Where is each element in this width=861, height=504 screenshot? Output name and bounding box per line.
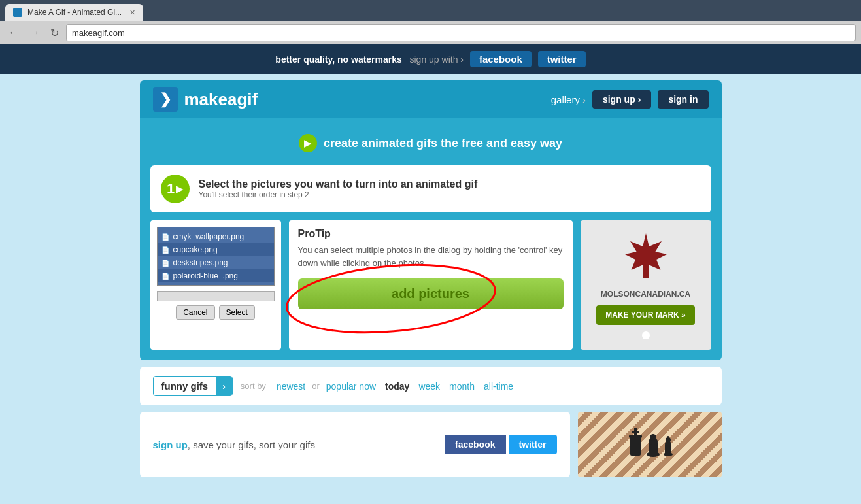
sort-newest[interactable]: newest xyxy=(274,380,308,393)
category-label: funny gifs xyxy=(154,377,216,395)
sort-all-time[interactable]: all-time xyxy=(481,380,516,393)
footer-section: sign up, save your gifs, sort your gifs … xyxy=(140,412,722,477)
tab-title: Make A Gif - Animated Gi... xyxy=(27,8,122,17)
protip-title: ProTip xyxy=(298,228,564,240)
gallery-arrow: › xyxy=(582,94,586,105)
refresh-button[interactable]: ↻ xyxy=(47,25,62,41)
signin-button[interactable]: sign in xyxy=(658,90,708,109)
play-icon: ▶ xyxy=(299,134,317,152)
step-title: Select the pictures you want to turn int… xyxy=(199,178,478,190)
svg-rect-4 xyxy=(632,431,639,433)
signup-button[interactable]: sign up › xyxy=(592,90,651,109)
file-scrollbar[interactable] xyxy=(157,291,275,301)
browser-tab-bar: Make A Gif - Animated Gi... ✕ xyxy=(0,0,861,21)
file-buttons: Cancel Select xyxy=(157,305,275,320)
gallery-link[interactable]: gallery › xyxy=(551,94,586,105)
sort-popular-now[interactable]: popular now xyxy=(324,380,379,393)
file-icon: 📄 xyxy=(161,246,169,254)
file-item[interactable]: 📄 deskstripes.png xyxy=(158,256,274,269)
step-arrow: ▶ xyxy=(176,184,183,194)
top-banner: better quality, no watermarks sign up wi… xyxy=(0,44,861,74)
forward-button[interactable]: → xyxy=(26,25,43,40)
category-arrow[interactable]: › xyxy=(216,377,232,395)
browser-chrome: Make A Gif - Animated Gi... ✕ ← → ↻ xyxy=(0,0,861,44)
work-area: 📄 cmyk_wallpaper.png 📄 cupcake.png 📄 des… xyxy=(150,220,711,350)
header-nav: gallery › sign up › sign in xyxy=(551,90,709,109)
sort-week[interactable]: week xyxy=(416,380,443,393)
footer-signup-link[interactable]: sign up xyxy=(153,439,188,450)
footer-twitter-button[interactable]: twitter xyxy=(509,435,557,454)
file-item[interactable]: 📄 cupcake.png xyxy=(158,243,274,256)
logo-text: makeagif xyxy=(184,90,258,110)
sort-month[interactable]: month xyxy=(447,380,477,393)
chess-ad xyxy=(578,412,722,477)
site-header: ❯ makeagif gallery › sign up › sign in xyxy=(140,80,722,118)
svg-point-13 xyxy=(667,436,669,439)
ad-cta-button[interactable]: MAKE YOUR MARK » xyxy=(596,305,694,325)
protip-text: You can select multiple photos in the di… xyxy=(298,244,564,269)
file-icon: 📄 xyxy=(161,273,169,280)
step-area: 1 ▶ Select the pictures you want to turn… xyxy=(150,165,711,212)
file-list: 📄 cmyk_wallpaper.png 📄 cupcake.png 📄 des… xyxy=(157,227,275,286)
browser-nav-bar: ← → ↻ xyxy=(0,21,861,44)
sort-by-label: sort by xyxy=(241,381,266,391)
create-banner: ▶ create animated gifs the free and easy… xyxy=(150,129,711,158)
step-text: Select the pictures you want to turn int… xyxy=(199,178,478,199)
footer-signup-text: sign up, save your gifs, sort your gifs xyxy=(153,439,432,450)
sort-options: newest or popular now today week month a… xyxy=(274,380,516,393)
ad-panel: MOLSONCANADIAN.CA MAKE YOUR MARK » xyxy=(581,220,711,350)
tab-close-icon[interactable]: ✕ xyxy=(129,8,135,17)
footer-social-buttons: facebook twitter xyxy=(445,435,556,454)
logo-area: ❯ makeagif xyxy=(153,87,258,112)
twitter-signup-button[interactable]: twitter xyxy=(538,51,586,67)
file-icon: 📄 xyxy=(161,260,169,267)
select-button[interactable]: Select xyxy=(219,305,255,320)
address-bar[interactable] xyxy=(66,24,856,41)
browser-tab[interactable]: Make A Gif - Animated Gi... ✕ xyxy=(5,4,143,21)
file-name: deskstripes.png xyxy=(173,258,228,267)
ad-brand: MOLSONCANADIAN.CA xyxy=(601,290,690,299)
cancel-button[interactable]: Cancel xyxy=(176,305,214,320)
svg-point-8 xyxy=(650,434,656,441)
ad-dot xyxy=(642,331,650,339)
chess-pieces-image xyxy=(624,423,676,462)
sort-bar: funny gifs › sort by newest or popular n… xyxy=(140,367,722,405)
file-item[interactable]: 📄 cmyk_wallpaper.png xyxy=(158,230,274,243)
content-area: ▶ create animated gifs the free and easy… xyxy=(140,118,722,360)
funny-gifs-area: funny gifs › xyxy=(153,376,233,396)
file-name: polaroid-blue_.png xyxy=(173,271,238,280)
add-pictures-wrapper: add pictures xyxy=(298,278,564,312)
footer-signup-desc: , save your gifs, sort your gifs xyxy=(188,439,315,450)
file-name: cupcake.png xyxy=(173,245,218,254)
svg-rect-1 xyxy=(630,436,641,456)
add-pictures-button[interactable]: add pictures xyxy=(298,278,564,309)
tab-favicon xyxy=(13,8,22,17)
file-picker-panel: 📄 cmyk_wallpaper.png 📄 cupcake.png 📄 des… xyxy=(150,220,281,350)
file-icon: 📄 xyxy=(161,233,169,241)
step-subtitle: You'll select their order in step 2 xyxy=(199,190,478,199)
step-number: 1 ▶ xyxy=(161,175,190,203)
footer-facebook-button[interactable]: facebook xyxy=(445,435,505,454)
file-name: cmyk_wallpaper.png xyxy=(173,232,245,241)
sort-today[interactable]: today xyxy=(382,380,412,393)
ad-image xyxy=(620,231,672,283)
quality-text: better quality, no watermarks xyxy=(275,54,401,65)
file-item[interactable]: 📄 polaroid-blue_.png xyxy=(158,269,274,282)
footer-signup: sign up, save your gifs, sort your gifs … xyxy=(140,412,570,477)
create-banner-text: ▶ create animated gifs the free and easy… xyxy=(156,134,706,152)
signup-text: sign up with › xyxy=(405,54,466,65)
facebook-signup-button[interactable]: facebook xyxy=(470,51,532,67)
logo-icon: ❯ xyxy=(153,87,178,112)
page-wrapper: ❯ makeagif gallery › sign up › sign in xyxy=(140,80,722,477)
protip-panel: ProTip You can select multiple photos in… xyxy=(289,220,573,350)
back-button[interactable]: ← xyxy=(5,25,22,40)
